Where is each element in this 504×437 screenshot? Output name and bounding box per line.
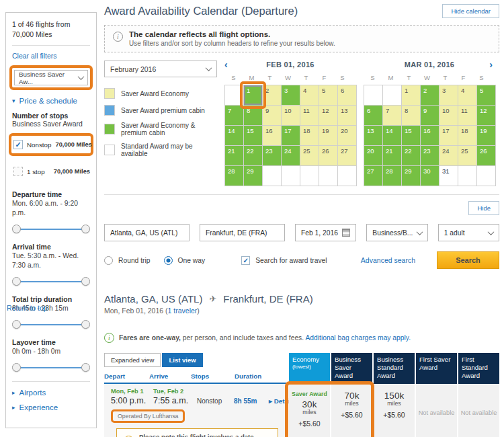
calendar-day-9[interactable]: 9 bbox=[421, 106, 439, 125]
calendar-day-14[interactable]: 14 bbox=[383, 126, 401, 145]
calendar-day-3[interactable]: 3 bbox=[439, 85, 458, 105]
cabin-header-business-standard-award[interactable]: Business Standard Award bbox=[374, 353, 415, 384]
calendar-day-13[interactable]: 13 bbox=[338, 106, 356, 125]
calendar-prev-icon[interactable]: ‹ bbox=[224, 59, 228, 70]
award-travel-checkbox[interactable]: ✓ bbox=[241, 256, 250, 265]
calendar-day-16[interactable]: 16 bbox=[421, 126, 439, 145]
one-way-radio[interactable] bbox=[164, 256, 173, 265]
calendar-day-10[interactable]: 10 bbox=[282, 106, 300, 125]
list-view-button[interactable]: List view bbox=[162, 353, 202, 367]
price-cell[interactable]: 70kmiles+$5.60 bbox=[331, 384, 372, 437]
calendar-day-24[interactable]: 24 bbox=[439, 146, 458, 165]
calendar-day-29[interactable]: 29 bbox=[244, 166, 262, 186]
calendar-day-31[interactable]: 31 bbox=[439, 166, 458, 186]
calendar-day-22[interactable]: 22 bbox=[244, 146, 262, 165]
calendar-day-9[interactable]: 9 bbox=[263, 106, 281, 125]
stop-checkbox[interactable]: ✓ bbox=[13, 140, 23, 149]
calendar-day-11[interactable]: 11 bbox=[458, 106, 476, 125]
calendar-day-28[interactable]: 28 bbox=[383, 166, 401, 186]
price-schedule-toggle[interactable]: ▾ Price & schedule bbox=[12, 97, 90, 105]
sort-column-duration[interactable]: Duration bbox=[235, 372, 261, 380]
traveler-count-link[interactable]: 1 traveler bbox=[168, 307, 198, 315]
calendar-day-7[interactable]: 7 bbox=[383, 106, 401, 125]
hide-search-button[interactable]: Hide bbox=[468, 201, 499, 215]
calendar-day-20[interactable]: 20 bbox=[364, 146, 382, 165]
calendar-day-1[interactable]: 1 bbox=[402, 85, 420, 105]
calendar-day-4[interactable]: 4 bbox=[300, 85, 319, 105]
flight-duration[interactable]: 8h 55m bbox=[234, 388, 269, 405]
slider-handle-left[interactable] bbox=[12, 277, 21, 286]
price-cell[interactable]: Saver Award30kmiles+$5.60 bbox=[289, 384, 330, 437]
calendar-day-18[interactable]: 18 bbox=[300, 126, 319, 145]
calendar-day-19[interactable]: 19 bbox=[319, 126, 337, 145]
calendar-day-8[interactable]: 8 bbox=[244, 106, 262, 125]
hide-calendar-button[interactable]: Hide calendar bbox=[442, 4, 499, 18]
calendar-day-1[interactable]: 1 bbox=[244, 85, 262, 105]
calendar-day-11[interactable]: 11 bbox=[300, 106, 319, 125]
calendar-day-23[interactable]: 23 bbox=[421, 146, 439, 165]
calendar-day-8[interactable]: 8 bbox=[402, 106, 420, 125]
calendar-day-19[interactable]: 19 bbox=[477, 126, 495, 145]
slider-handle-left[interactable] bbox=[12, 225, 21, 233]
calendar-day-12[interactable]: 12 bbox=[477, 106, 495, 125]
calendar-day-18[interactable]: 18 bbox=[458, 126, 476, 145]
date-input[interactable]: Feb 1, 2016 bbox=[295, 224, 356, 241]
calendar-day-10[interactable]: 10 bbox=[439, 106, 458, 125]
slider-handle-right[interactable] bbox=[81, 363, 90, 372]
cabin-header-first-saver-award[interactable]: First Saver Award bbox=[416, 353, 457, 384]
calendar-day-16[interactable]: 16 bbox=[263, 126, 281, 145]
calendar-day-12[interactable]: 12 bbox=[319, 106, 337, 125]
cabin-header-economy[interactable]: Economy(lowest) bbox=[289, 353, 330, 384]
expanded-view-button[interactable]: Expanded view bbox=[104, 353, 161, 367]
calendar-day-17[interactable]: 17 bbox=[439, 126, 458, 145]
calendar-day-27[interactable]: 27 bbox=[338, 146, 356, 165]
clear-all-filters-link[interactable]: Clear all filters bbox=[12, 52, 57, 60]
destination-input[interactable]: Frankfurt, DE (FRA) bbox=[200, 224, 285, 241]
price-cell[interactable]: 150kmiles+$5.60 bbox=[374, 384, 415, 437]
calendar-day-2[interactable]: 2 bbox=[263, 85, 281, 105]
slider-track[interactable] bbox=[15, 277, 87, 286]
calendar-day-24[interactable]: 24 bbox=[282, 146, 300, 165]
slider-track[interactable] bbox=[15, 320, 87, 329]
advanced-search-link[interactable]: Advanced search bbox=[361, 256, 415, 264]
search-button[interactable]: Search bbox=[437, 251, 499, 269]
slider-track[interactable] bbox=[15, 363, 87, 372]
slider-handle-right[interactable] bbox=[81, 320, 90, 329]
slider-handle-left[interactable] bbox=[12, 320, 21, 329]
calendar-day-17[interactable]: 17 bbox=[282, 126, 300, 145]
origin-input[interactable]: Atlanta, GA, US (ATL) bbox=[104, 224, 190, 241]
cabin-header-first-standard-award[interactable]: First Standard Award bbox=[458, 353, 499, 384]
calendar-day-14[interactable]: 14 bbox=[225, 126, 243, 145]
calendar-day-25[interactable]: 25 bbox=[300, 146, 319, 165]
return-to-top-link[interactable]: Return to top bbox=[7, 304, 48, 312]
calendar-day-30[interactable]: 30 bbox=[421, 166, 439, 186]
travelers-select[interactable]: 1 adult bbox=[438, 224, 499, 241]
calendar-day-3[interactable]: 3 bbox=[282, 85, 300, 105]
slider-handle-right[interactable] bbox=[81, 225, 90, 233]
calendar-day-13[interactable]: 13 bbox=[364, 126, 382, 145]
award-type-dropdown[interactable]: Business Saver Aw... bbox=[14, 70, 88, 85]
calendar-day-6[interactable]: 6 bbox=[364, 106, 382, 125]
calendar-day-28[interactable]: 28 bbox=[225, 166, 243, 186]
calendar-day-26[interactable]: 26 bbox=[319, 146, 337, 165]
calendar-day-4[interactable]: 4 bbox=[458, 85, 476, 105]
sort-column-arrive[interactable]: Arrive bbox=[149, 372, 191, 380]
sidebar-section-airports[interactable]: ▸Airports bbox=[12, 389, 90, 397]
slider-track[interactable] bbox=[15, 225, 87, 233]
calendar-day-22[interactable]: 22 bbox=[402, 146, 420, 165]
calendar-day-15[interactable]: 15 bbox=[244, 126, 262, 145]
calendar-day-23[interactable]: 23 bbox=[263, 146, 281, 165]
calendar-day-5[interactable]: 5 bbox=[319, 85, 337, 105]
round-trip-radio[interactable] bbox=[104, 256, 113, 265]
calendar-day-5[interactable]: 5 bbox=[477, 85, 495, 105]
bag-charges-link[interactable]: Additional bag charges may apply. bbox=[305, 334, 411, 342]
calendar-day-20[interactable]: 20 bbox=[338, 126, 356, 145]
cabin-header-business-saver-award[interactable]: Business Saver Award bbox=[331, 353, 372, 384]
calendar-day-21[interactable]: 21 bbox=[225, 146, 243, 165]
calendar-day-2[interactable]: 2 bbox=[421, 85, 439, 105]
calendar-day-29[interactable]: 29 bbox=[402, 166, 420, 186]
calendar-day-21[interactable]: 21 bbox=[383, 146, 401, 165]
calendar-day-15[interactable]: 15 bbox=[402, 126, 420, 145]
slider-handle-left[interactable] bbox=[12, 363, 21, 372]
calendar-day-27[interactable]: 27 bbox=[364, 166, 382, 186]
